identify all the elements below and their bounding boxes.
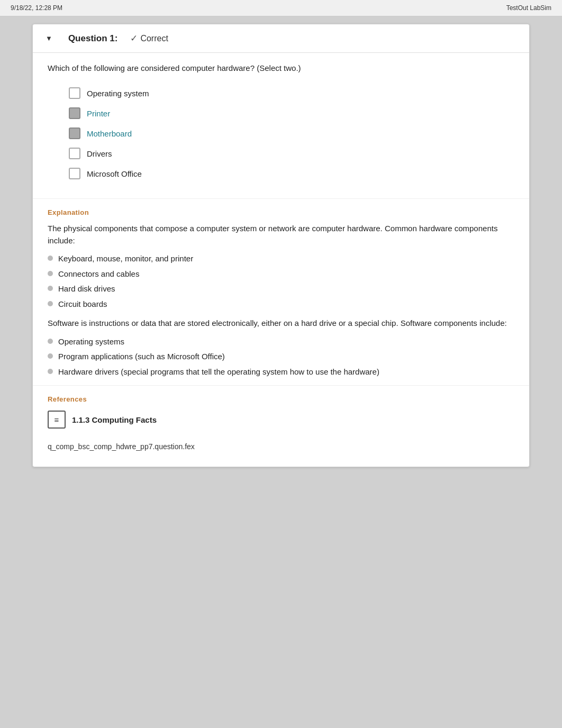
references-section: References ≡ 1.1.3 Computing Facts — [33, 390, 529, 429]
hardware-bullet-list: Keyboard, mouse, monitor, and printer Co… — [48, 253, 514, 310]
answer-label-3: Motherboard — [87, 129, 132, 138]
bullet-dot-icon — [48, 271, 53, 276]
question-body: Which of the following are considered co… — [33, 53, 529, 194]
collapse-arrow-icon[interactable]: ▼ — [46, 34, 52, 42]
bullet-text: Circuit boards — [58, 298, 107, 311]
bullet-text: Operating systems — [58, 336, 124, 348]
divider-1 — [33, 198, 529, 199]
answer-label-4: Drivers — [87, 149, 112, 158]
question-title: Question 1: — [68, 33, 118, 44]
bullet-dot-icon — [48, 353, 53, 359]
list-item: Operating systems — [48, 336, 514, 348]
top-bar: 9/18/22, 12:28 PM TestOut LabSim — [0, 0, 562, 16]
list-item: Circuit boards — [48, 298, 514, 311]
list-item: Keyboard, mouse, monitor, and printer — [48, 253, 514, 265]
bullet-dot-icon — [48, 301, 53, 306]
correct-label: Correct — [140, 34, 168, 43]
list-item: Program applications (such as Microsoft … — [48, 351, 514, 363]
checkbox-5[interactable] — [69, 168, 80, 179]
bullet-dot-icon — [48, 339, 53, 344]
list-item: Connectors and cables — [48, 268, 514, 280]
bullet-text: Keyboard, mouse, monitor, and printer — [58, 253, 193, 265]
file-name: q_comp_bsc_comp_hdwre_pp7.question.fex — [33, 437, 529, 451]
bullet-text: Connectors and cables — [58, 268, 139, 280]
bullet-text: Program applications (such as Microsoft … — [58, 351, 225, 363]
answer-label-1: Operating system — [87, 89, 149, 98]
answer-option-5[interactable]: Microsoft Office — [48, 163, 514, 184]
reference-item-1[interactable]: ≡ 1.1.3 Computing Facts — [48, 411, 514, 429]
software-bullet-list: Operating systems Program applications (… — [48, 336, 514, 378]
list-item: Hardware drivers (special programs that … — [48, 366, 514, 378]
bullet-dot-icon — [48, 369, 53, 374]
question-header: ▼ Question 1: ✓ Correct — [33, 24, 529, 53]
answer-label-2: Printer — [87, 109, 110, 118]
checkbox-1[interactable] — [69, 87, 80, 99]
reference-label: 1.1.3 Computing Facts — [72, 415, 157, 424]
list-item: Hard disk drives — [48, 283, 514, 295]
datetime-label: 9/18/22, 12:28 PM — [11, 4, 62, 12]
answer-option-1[interactable]: Operating system — [48, 83, 514, 103]
correct-badge: ✓ Correct — [130, 33, 168, 44]
main-container: ▼ Question 1: ✓ Correct Which of the fol… — [32, 24, 530, 467]
question-text: Which of the following are considered co… — [48, 63, 514, 72]
software-intro: Software is instructions or data that ar… — [48, 317, 514, 330]
bullet-text: Hardware drivers (special programs that … — [58, 366, 379, 378]
divider-2 — [33, 385, 529, 386]
references-heading: References — [48, 395, 514, 403]
answer-option-2[interactable]: Printer — [48, 103, 514, 123]
bullet-dot-icon — [48, 286, 53, 291]
answer-option-4[interactable]: Drivers — [48, 143, 514, 163]
answer-option-3[interactable]: Motherboard — [48, 123, 514, 143]
checkmark-icon: ✓ — [130, 33, 138, 44]
checkbox-4[interactable] — [69, 148, 80, 159]
explanation-section: Explanation The physical components that… — [33, 203, 529, 378]
bullet-text: Hard disk drives — [58, 283, 115, 295]
checkbox-2[interactable] — [69, 107, 80, 119]
checkbox-3[interactable] — [69, 128, 80, 139]
explanation-intro: The physical components that compose a c… — [48, 223, 514, 247]
reference-icon: ≡ — [48, 411, 66, 429]
bullet-dot-icon — [48, 256, 53, 261]
answer-label-5: Microsoft Office — [87, 169, 142, 178]
app-name-label: TestOut LabSim — [506, 4, 551, 12]
explanation-heading: Explanation — [48, 208, 514, 216]
